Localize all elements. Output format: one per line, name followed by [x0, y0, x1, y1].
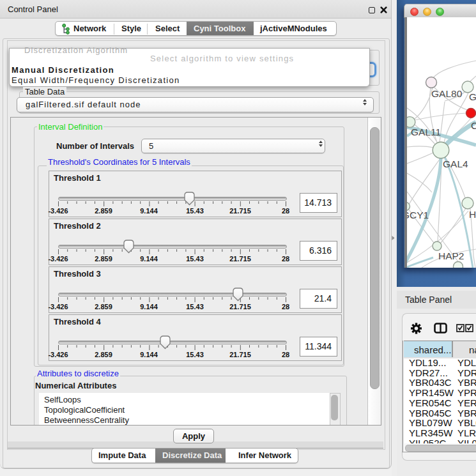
svg-text:G.: G.	[469, 91, 476, 102]
svg-text:HAP2: HAP2	[438, 250, 464, 261]
svg-text:GAL11: GAL11	[411, 127, 441, 137]
svg-text:H: H	[469, 209, 476, 220]
svg-text:C: C	[471, 120, 476, 131]
svg-text:GAL4: GAL4	[443, 158, 468, 169]
svg-text:GAL80: GAL80	[431, 88, 463, 99]
svg-text:GCY1: GCY1	[407, 210, 429, 220]
